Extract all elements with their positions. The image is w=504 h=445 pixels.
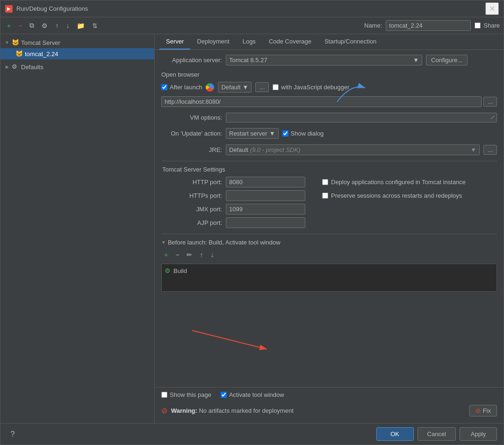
sort-button[interactable]: ⇅ xyxy=(89,21,101,31)
jmx-port-input[interactable] xyxy=(226,204,305,215)
warning-text: Warning: No artifacts marked for deploym… xyxy=(171,407,466,414)
before-launch-up-button[interactable]: ↑ xyxy=(197,250,206,260)
tomcat-instance-icon: 🐱 xyxy=(15,50,23,57)
update-action-row: On 'Update' action: Restart server ▼ Sho… xyxy=(161,128,497,139)
copy-config-button[interactable]: ⧉ xyxy=(27,20,37,31)
show-dialog-checkbox[interactable] xyxy=(282,130,288,136)
js-debugger-label: with JavaScript debugger xyxy=(281,84,349,91)
title-bar: ▶ Run/Debug Configurations ✕ xyxy=(0,0,504,17)
folder-button[interactable]: 📁 xyxy=(74,21,87,31)
toolbar: + − ⧉ ⚙ ↑ ↓ 📁 ⇅ Name: Share xyxy=(0,17,504,34)
activate-window-checkbox[interactable] xyxy=(221,392,227,398)
tab-server[interactable]: Server xyxy=(159,34,190,50)
before-launch-add-button[interactable]: + xyxy=(161,250,171,260)
update-action-dropdown[interactable]: Restart server ▼ xyxy=(226,128,279,139)
js-debugger-checkbox[interactable] xyxy=(273,84,279,90)
deploy-apps-label: Deploy applications configured in Tomcat… xyxy=(331,179,466,186)
on-update-label: On 'Update' action: xyxy=(161,130,222,137)
jre-dropdown-arrow: ▼ xyxy=(470,146,476,153)
name-input[interactable] xyxy=(386,20,471,31)
before-launch-edit-button[interactable]: ✏ xyxy=(184,250,195,260)
defaults-toggle-icon: ▶ xyxy=(4,64,10,70)
browser-value: Default xyxy=(221,84,240,91)
jmx-port-label: JMX port: xyxy=(161,206,222,213)
browser-dropdown[interactable]: Default ▼ xyxy=(218,82,252,93)
name-label: Name: xyxy=(364,22,382,29)
fix-icon: ⊘ xyxy=(475,407,481,414)
bottom-options: Show this page Activate tool window xyxy=(161,391,497,398)
dialog-footer: ? OK Cancel Apply xyxy=(0,423,504,445)
preserve-sessions-label: Preserve sessions across restarts and re… xyxy=(331,192,462,199)
app-server-dropdown[interactable]: Tomcat 8.5.27 ▼ xyxy=(226,55,422,65)
jre-dropdown[interactable]: Default (9.0 - project SDK) ▼ xyxy=(226,144,480,155)
show-dialog-label: Show dialog xyxy=(291,130,324,137)
fix-button[interactable]: ⊘ Fix xyxy=(469,405,497,416)
deploy-apps-checkbox[interactable] xyxy=(322,179,328,185)
settings-button[interactable]: ⚙ xyxy=(39,21,50,31)
url-settings-button[interactable]: ... xyxy=(483,97,497,107)
app-icon: ▶ xyxy=(5,5,13,13)
vm-options-input[interactable] xyxy=(228,114,489,121)
content-body: Application server: Tomcat 8.5.27 ▼ Conf… xyxy=(155,50,504,387)
preserve-sessions-wrap: Preserve sessions across restarts and re… xyxy=(322,192,497,199)
cancel-button[interactable]: Cancel xyxy=(418,427,456,441)
warning-message: No artifacts marked for deployment xyxy=(199,407,293,414)
after-launch-label: After launch xyxy=(170,84,202,91)
move-up-button[interactable]: ↑ xyxy=(52,21,61,31)
update-action-arrow: ▼ xyxy=(269,130,275,137)
https-port-input[interactable] xyxy=(226,190,305,201)
show-page-wrap: Show this page xyxy=(161,391,211,398)
sidebar-item-tomcat-instance[interactable]: 🐱 tomcat_2.24 xyxy=(0,48,154,59)
sidebar-group-defaults: ▶ ⚙ Defaults xyxy=(0,60,154,73)
show-page-checkbox[interactable] xyxy=(161,392,167,398)
js-debugger-wrap: with JavaScript debugger xyxy=(273,84,349,91)
after-launch-checkbox[interactable] xyxy=(161,84,167,90)
fix-label: Fix xyxy=(483,407,491,414)
share-checkbox[interactable] xyxy=(475,22,481,29)
before-launch-down-button[interactable]: ↓ xyxy=(208,250,216,260)
help-button[interactable]: ? xyxy=(7,429,18,440)
before-launch-remove-button[interactable]: − xyxy=(173,250,182,260)
configure-button[interactable]: Configure... xyxy=(426,55,468,65)
tab-deployment[interactable]: Deployment xyxy=(190,34,236,50)
defaults-icon: ⚙ xyxy=(12,63,19,71)
server-settings-title: Tomcat Server Settings xyxy=(161,166,497,173)
close-button[interactable]: ✕ xyxy=(485,2,499,15)
apply-button[interactable]: Apply xyxy=(460,427,497,441)
add-config-button[interactable]: + xyxy=(4,21,14,31)
tab-code-coverage[interactable]: Code Coverage xyxy=(262,34,318,50)
tab-bar: Server Deployment Logs Code Coverage Sta… xyxy=(155,34,504,50)
tab-logs[interactable]: Logs xyxy=(236,34,262,50)
move-down-button[interactable]: ↓ xyxy=(63,21,72,31)
tomcat-instance-label: tomcat_2.24 xyxy=(25,50,58,57)
browser-settings-button[interactable]: ... xyxy=(255,82,269,92)
remove-config-button[interactable]: − xyxy=(15,21,25,31)
open-browser-title: Open browser xyxy=(161,71,497,78)
jre-settings-button[interactable]: ... xyxy=(483,145,497,155)
jre-label: JRE: xyxy=(161,146,222,153)
ajp-port-label: AJP port: xyxy=(161,219,222,226)
sidebar-item-tomcat-server[interactable]: ▼ 🐱 Tomcat Server xyxy=(0,37,154,48)
chrome-icon xyxy=(206,83,214,92)
content: Server Deployment Logs Code Coverage Sta… xyxy=(155,34,504,423)
vm-options-row: VM options: ⤢ xyxy=(161,113,497,122)
after-launch-wrap: After launch xyxy=(161,84,202,91)
ajp-port-input[interactable] xyxy=(226,217,305,228)
preserve-sessions-checkbox[interactable] xyxy=(322,193,328,199)
sidebar: ▼ 🐱 Tomcat Server 🐱 tomcat_2.24 ▶ ⚙ Defa… xyxy=(0,34,155,423)
build-icon: ⚙ xyxy=(165,267,171,274)
update-action-value: Restart server xyxy=(229,130,267,137)
expand-icon[interactable]: ⤢ xyxy=(490,115,495,121)
http-port-input[interactable] xyxy=(226,177,305,187)
warning-icon: ⊘ xyxy=(161,406,167,415)
main-area: ▼ 🐱 Tomcat Server 🐱 tomcat_2.24 ▶ ⚙ Defa… xyxy=(0,34,504,423)
deploy-apps-wrap: Deploy applications configured in Tomcat… xyxy=(322,179,497,186)
build-item: ⚙ Build xyxy=(165,267,494,274)
tab-startup-connection[interactable]: Startup/Connection xyxy=(318,34,383,50)
tomcat-icon: 🐱 xyxy=(12,39,19,46)
share-label[interactable]: Share xyxy=(483,22,500,29)
url-input[interactable] xyxy=(161,96,482,107)
url-row: ... xyxy=(161,96,497,107)
sidebar-item-defaults[interactable]: ▶ ⚙ Defaults xyxy=(0,61,154,72)
ok-button[interactable]: OK xyxy=(376,427,414,441)
